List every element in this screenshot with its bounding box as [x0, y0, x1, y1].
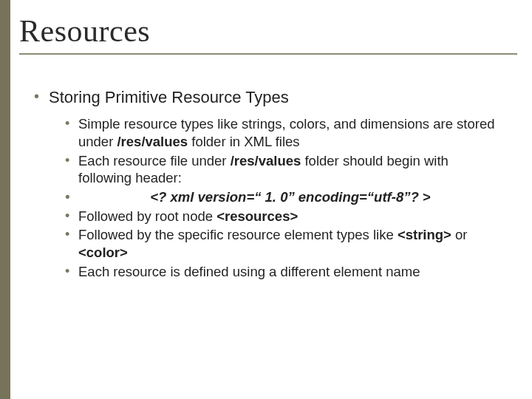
text: Followed by root node: [78, 208, 216, 224]
slide-title: Resources: [19, 13, 517, 49]
section-heading: Storing Primitive Resource Types: [34, 87, 502, 108]
bullet-item: Followed by the specific resource elemen…: [65, 226, 502, 261]
title-rule: [19, 53, 517, 55]
bold-text: <resources>: [216, 208, 298, 224]
bullet-item: Simple resource types like strings, colo…: [65, 115, 502, 150]
text: Each resource file under: [78, 153, 231, 168]
bold-text: <color>: [78, 245, 128, 260]
text: or: [451, 227, 468, 242]
bullet-item: Each resource file under /res/values fol…: [65, 152, 502, 187]
bullet-item: Followed by root node <resources>: [65, 208, 502, 225]
slide: Resources Storing Primitive Resource Typ…: [0, 0, 532, 399]
title-block: Resources: [19, 13, 517, 55]
text: folder in XML files: [188, 134, 300, 149]
slide-body: Storing Primitive Resource Types Simple …: [34, 87, 502, 282]
side-stripe: [0, 0, 10, 399]
text: Followed by the specific resource elemen…: [78, 227, 398, 242]
bullet-list: Simple resource types like strings, colo…: [34, 115, 502, 280]
bold-text: /res/values: [117, 134, 188, 149]
xml-header-line: <? xml version=“ 1. 0” encoding=“utf-8”?…: [65, 188, 502, 206]
bold-text: <string>: [398, 227, 451, 242]
bold-text: /res/values: [231, 153, 301, 168]
bullet-item: Each resource is defined using a differe…: [65, 263, 502, 281]
